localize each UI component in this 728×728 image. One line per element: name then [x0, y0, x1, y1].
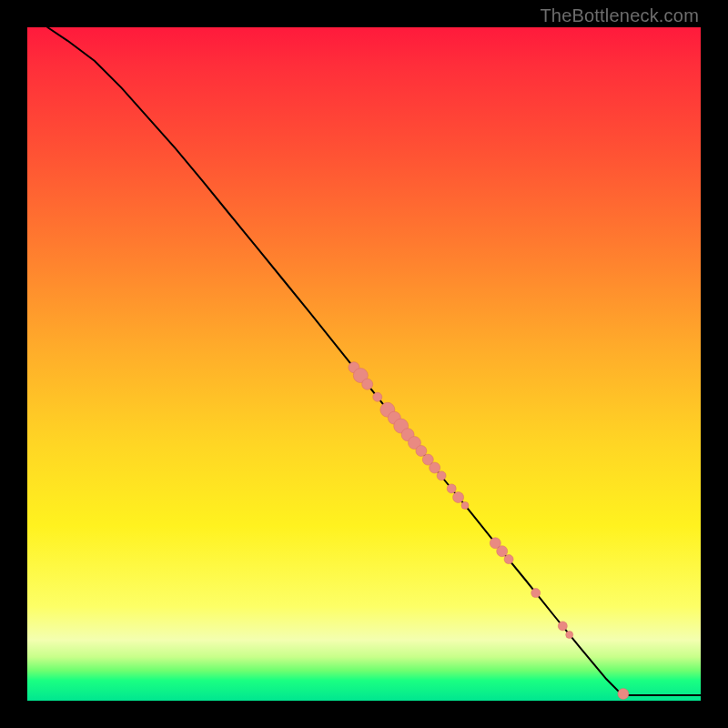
data-point [566, 632, 573, 639]
chart-frame: TheBottleneck.com [0, 0, 728, 728]
data-point [461, 501, 469, 509]
curve-svg [27, 27, 701, 701]
highlighted-points-group [349, 362, 629, 700]
bottleneck-curve [47, 27, 701, 695]
data-point [362, 379, 373, 389]
data-point [430, 462, 440, 473]
data-point [558, 622, 567, 631]
data-point [447, 484, 456, 493]
data-point [453, 492, 464, 503]
data-point [416, 446, 427, 457]
data-point [504, 555, 513, 564]
data-point [437, 471, 446, 480]
watermark-text: TheBottleneck.com [540, 5, 699, 26]
data-point [497, 546, 508, 557]
data-point [373, 392, 382, 401]
data-point [618, 689, 629, 700]
plot-area [27, 27, 701, 701]
data-point [531, 589, 541, 598]
